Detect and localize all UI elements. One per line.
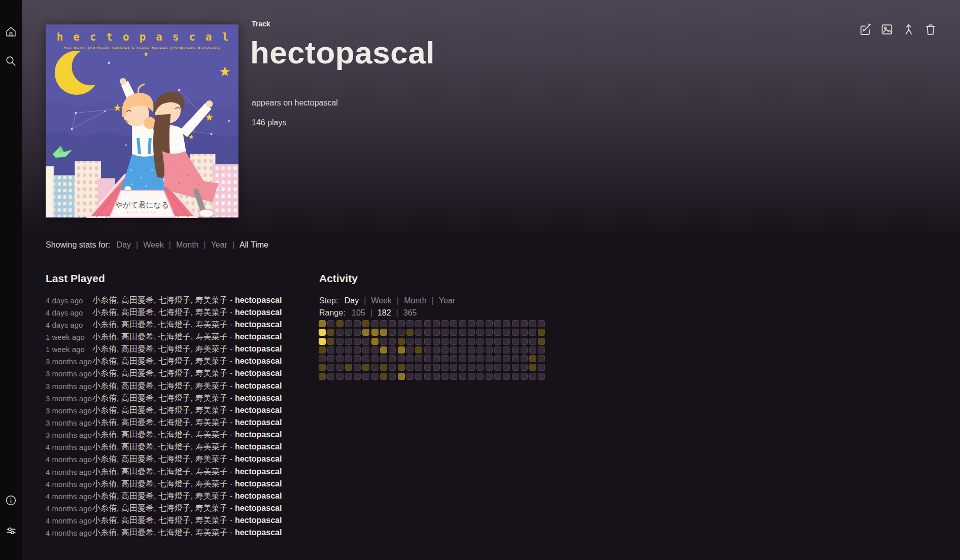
- artist-link[interactable]: 小糸侑: [92, 369, 117, 377]
- heatmap-cell[interactable]: [319, 364, 326, 371]
- heatmap-cell[interactable]: [486, 346, 493, 354]
- track-link[interactable]: hectopascal: [235, 516, 282, 524]
- heatmap-cell[interactable]: [538, 355, 545, 362]
- heatmap-cell[interactable]: [459, 373, 466, 380]
- heatmap-cell[interactable]: [521, 364, 528, 371]
- heatmap-cell[interactable]: [380, 329, 387, 336]
- heatmap-cell[interactable]: [459, 320, 466, 327]
- heatmap-cell[interactable]: [415, 338, 422, 345]
- artist-link[interactable]: 高田憂希: [121, 357, 154, 365]
- heatmap-cell[interactable]: [486, 338, 493, 345]
- artist-link[interactable]: 小糸侑: [92, 504, 117, 512]
- artist-link[interactable]: 高田憂希: [121, 344, 154, 353]
- heatmap-cell[interactable]: [362, 355, 369, 362]
- home-icon[interactable]: [5, 25, 17, 38]
- artist-link[interactable]: 小糸侑: [92, 454, 117, 463]
- track-link[interactable]: hectopascal: [235, 357, 282, 365]
- heatmap-cell[interactable]: [476, 373, 484, 380]
- heatmap-cell[interactable]: [476, 329, 484, 336]
- artist-link[interactable]: 高田憂希: [121, 332, 154, 341]
- heatmap-cell[interactable]: [476, 320, 484, 327]
- heatmap-cell[interactable]: [354, 364, 361, 371]
- artist-link[interactable]: 寿美菜子: [195, 467, 228, 476]
- artist-link[interactable]: 七海燈子: [158, 381, 191, 390]
- artist-link[interactable]: 小糸侑: [92, 296, 117, 304]
- heatmap-cell[interactable]: [327, 355, 334, 362]
- artist-link[interactable]: 寿美菜子: [195, 308, 228, 317]
- heatmap-cell[interactable]: [424, 346, 431, 354]
- heatmap-cell[interactable]: [354, 320, 361, 327]
- track-link[interactable]: hectopascal: [235, 467, 282, 476]
- heatmap-cell[interactable]: [406, 355, 414, 362]
- heatmap-cell[interactable]: [380, 373, 387, 380]
- heatmap-cell[interactable]: [450, 364, 457, 371]
- heatmap-cell[interactable]: [468, 329, 475, 336]
- artist-link[interactable]: 高田憂希: [121, 381, 154, 390]
- heatmap-cell[interactable]: [362, 364, 369, 371]
- artist-link[interactable]: 寿美菜子: [195, 296, 228, 304]
- artist-link[interactable]: 寿美菜子: [195, 430, 228, 439]
- heatmap-cell[interactable]: [380, 355, 387, 362]
- heatmap-cell[interactable]: [468, 364, 475, 371]
- artist-link[interactable]: 小糸侑: [92, 394, 117, 402]
- stats-for-option-day[interactable]: Day: [117, 240, 131, 249]
- track-link[interactable]: hectopascal: [235, 381, 282, 390]
- heatmap-cell[interactable]: [319, 329, 326, 336]
- artist-link[interactable]: 高田憂希: [121, 516, 154, 524]
- heatmap-cell[interactable]: [494, 364, 501, 371]
- heatmap-cell[interactable]: [441, 329, 449, 336]
- heatmap-cell[interactable]: [538, 373, 545, 380]
- heatmap-cell[interactable]: [521, 355, 528, 362]
- track-link[interactable]: hectopascal: [235, 504, 282, 512]
- artist-link[interactable]: 七海燈子: [158, 344, 191, 353]
- heatmap-cell[interactable]: [406, 320, 414, 327]
- heatmap-cell[interactable]: [345, 364, 352, 371]
- search-icon[interactable]: [5, 55, 17, 67]
- artist-link[interactable]: 小糸侑: [92, 357, 117, 365]
- heatmap-cell[interactable]: [389, 373, 396, 380]
- artist-link[interactable]: 寿美菜子: [195, 332, 228, 341]
- heatmap-cell[interactable]: [398, 364, 405, 371]
- artist-link[interactable]: 高田憂希: [121, 308, 154, 317]
- artist-link[interactable]: 寿美菜子: [195, 381, 228, 390]
- heatmap-cell[interactable]: [336, 329, 344, 336]
- heatmap-cell[interactable]: [538, 320, 545, 327]
- heatmap-cell[interactable]: [529, 364, 536, 371]
- heatmap-cell[interactable]: [371, 320, 379, 327]
- artist-link[interactable]: 七海燈子: [158, 479, 191, 488]
- heatmap-cell[interactable]: [441, 355, 449, 362]
- heatmap-cell[interactable]: [327, 346, 334, 354]
- heatmap-cell[interactable]: [486, 364, 493, 371]
- heatmap-cell[interactable]: [512, 338, 519, 345]
- artist-link[interactable]: 七海燈子: [158, 467, 191, 476]
- track-link[interactable]: hectopascal: [235, 528, 282, 537]
- heatmap-cell[interactable]: [424, 355, 431, 362]
- heatmap-cell[interactable]: [354, 329, 361, 336]
- artist-link[interactable]: 七海燈子: [158, 492, 191, 500]
- heatmap-cell[interactable]: [371, 329, 379, 336]
- heatmap-cell[interactable]: [503, 355, 510, 362]
- heatmap-cell[interactable]: [398, 320, 405, 327]
- heatmap-cell[interactable]: [538, 346, 545, 354]
- track-link[interactable]: hectopascal: [235, 296, 282, 304]
- heatmap-cell[interactable]: [486, 320, 493, 327]
- range-option-365[interactable]: 365: [403, 308, 417, 317]
- step-option-month[interactable]: Month: [404, 296, 426, 305]
- artist-link[interactable]: 七海燈子: [158, 332, 191, 341]
- heatmap-cell[interactable]: [521, 373, 528, 380]
- heatmap-cell[interactable]: [521, 329, 528, 336]
- track-link[interactable]: hectopascal: [235, 492, 282, 500]
- track-link[interactable]: hectopascal: [235, 418, 282, 427]
- track-link[interactable]: hectopascal: [235, 479, 282, 488]
- heatmap-cell[interactable]: [529, 373, 536, 380]
- heatmap-cell[interactable]: [327, 338, 334, 345]
- heatmap-cell[interactable]: [486, 373, 493, 380]
- heatmap-cell[interactable]: [371, 364, 379, 371]
- artist-link[interactable]: 高田憂希: [121, 406, 154, 414]
- heatmap-cell[interactable]: [380, 320, 387, 327]
- heatmap-cell[interactable]: [406, 364, 414, 371]
- artist-link[interactable]: 小糸侑: [92, 516, 117, 524]
- heatmap-cell[interactable]: [415, 355, 422, 362]
- artist-link[interactable]: 寿美菜子: [195, 369, 228, 377]
- heatmap-cell[interactable]: [433, 364, 440, 371]
